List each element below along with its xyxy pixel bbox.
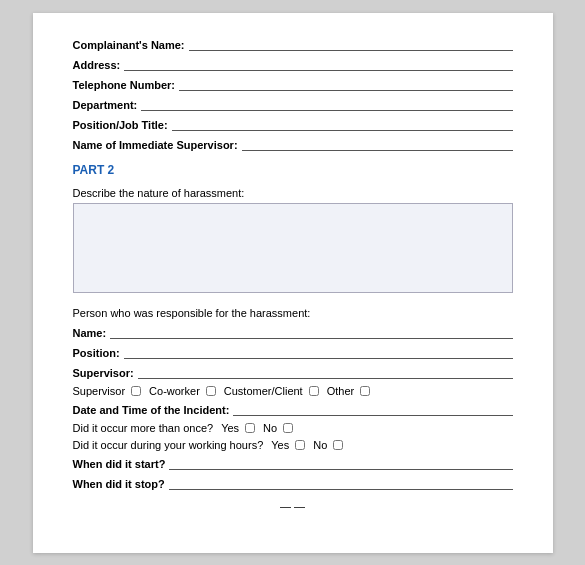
when-stop-row: When did it stop? xyxy=(73,476,513,490)
address-row: Address: xyxy=(73,57,513,71)
when-stop-label: When did it stop? xyxy=(73,478,165,490)
telephone-input[interactable] xyxy=(179,77,513,91)
occur-more-row: Did it occur more than once? Yes No xyxy=(73,422,513,434)
resp-name-input[interactable] xyxy=(110,325,512,339)
resp-supervisor-label: Supervisor: xyxy=(73,367,134,379)
complainants-name-input[interactable] xyxy=(189,37,513,51)
responsible-heading: Person who was responsible for the haras… xyxy=(73,307,513,319)
complainants-name-label: Complainant's Name: xyxy=(73,39,185,51)
responsible-bold: harassment: xyxy=(250,307,311,319)
supervisor-name-input[interactable] xyxy=(242,137,513,151)
date-time-input[interactable] xyxy=(233,402,512,416)
describe-textarea[interactable] xyxy=(73,203,513,293)
supervisor-checkbox-item: Supervisor xyxy=(73,385,142,397)
date-time-label: Date and Time of the Incident: xyxy=(73,404,230,416)
address-label: Address: xyxy=(73,59,121,71)
customer-checkbox-item: Customer/Client xyxy=(224,385,319,397)
no-label-2: No xyxy=(313,439,327,451)
when-start-label: When did it start? xyxy=(73,458,166,470)
working-hours-no-checkbox[interactable] xyxy=(333,440,343,450)
supervisor-checkbox[interactable] xyxy=(131,386,141,396)
position-row: Position/Job Title: xyxy=(73,117,513,131)
telephone-label: Telephone Number: xyxy=(73,79,175,91)
responsible-text: Person who was responsible for the xyxy=(73,307,250,319)
part2-heading: PART 2 xyxy=(73,163,513,177)
yes-label-1: Yes xyxy=(221,422,239,434)
department-label: Department: xyxy=(73,99,138,111)
complainants-name-row: Complainant's Name: xyxy=(73,37,513,51)
when-start-row: When did it start? xyxy=(73,456,513,470)
coworker-checkbox[interactable] xyxy=(206,386,216,396)
resp-position-row: Position: xyxy=(73,345,513,359)
when-stop-input[interactable] xyxy=(169,476,513,490)
occur-more-yes-checkbox[interactable] xyxy=(245,423,255,433)
working-hours-row: Did it occur during your working hours? … xyxy=(73,439,513,451)
customer-checkbox[interactable] xyxy=(309,386,319,396)
telephone-row: Telephone Number: xyxy=(73,77,513,91)
address-input[interactable] xyxy=(124,57,512,71)
resp-supervisor-input[interactable] xyxy=(138,365,513,379)
date-time-row: Date and Time of the Incident: xyxy=(73,402,513,416)
supervisor-checkbox-label: Supervisor xyxy=(73,385,126,397)
describe-label: Describe the nature of harassment: xyxy=(73,187,513,199)
customer-label: Customer/Client xyxy=(224,385,303,397)
occur-more-label: Did it occur more than once? xyxy=(73,422,214,434)
form-page: Complainant's Name: Address: Telephone N… xyxy=(33,13,553,553)
resp-position-label: Position: xyxy=(73,347,120,359)
working-hours-yes-checkbox[interactable] xyxy=(295,440,305,450)
role-checkboxes: Supervisor Co-worker Customer/Client Oth… xyxy=(73,385,513,397)
resp-name-row: Name: xyxy=(73,325,513,339)
pagination: — — xyxy=(73,500,513,512)
occur-more-no-checkbox[interactable] xyxy=(283,423,293,433)
supervisor-name-row: Name of Immediate Supervisor: xyxy=(73,137,513,151)
other-label: Other xyxy=(327,385,355,397)
coworker-label: Co-worker xyxy=(149,385,200,397)
department-input[interactable] xyxy=(141,97,512,111)
working-hours-label: Did it occur during your working hours? xyxy=(73,439,264,451)
yes-label-2: Yes xyxy=(271,439,289,451)
coworker-checkbox-item: Co-worker xyxy=(149,385,216,397)
when-start-input[interactable] xyxy=(169,456,512,470)
position-label: Position/Job Title: xyxy=(73,119,168,131)
other-checkbox[interactable] xyxy=(360,386,370,396)
supervisor-name-label: Name of Immediate Supervisor: xyxy=(73,139,238,151)
other-checkbox-item: Other xyxy=(327,385,371,397)
resp-position-input[interactable] xyxy=(124,345,513,359)
resp-supervisor-row: Supervisor: xyxy=(73,365,513,379)
department-row: Department: xyxy=(73,97,513,111)
no-label-1: No xyxy=(263,422,277,434)
resp-name-label: Name: xyxy=(73,327,107,339)
position-input[interactable] xyxy=(172,117,513,131)
